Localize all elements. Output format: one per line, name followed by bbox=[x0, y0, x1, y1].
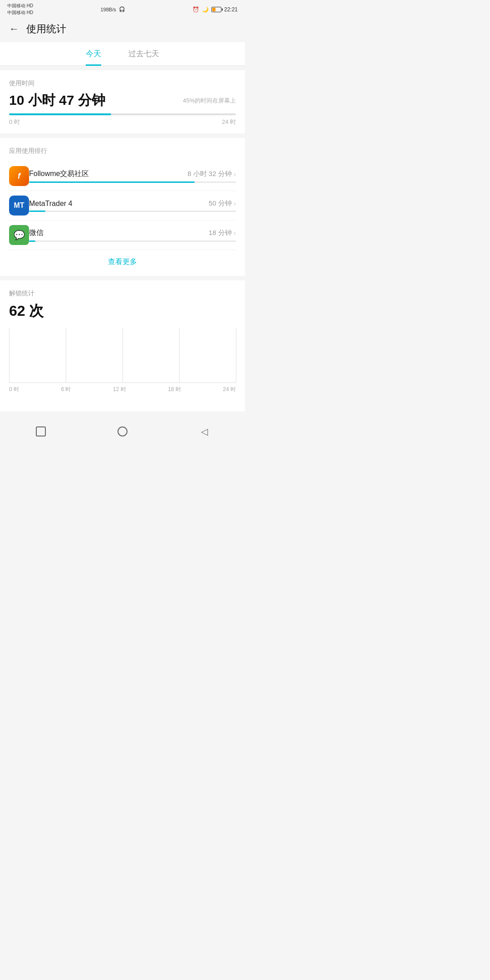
nav-bar: ◁ bbox=[0, 416, 245, 450]
followme-progress-container bbox=[29, 181, 236, 183]
usage-time-section: 使用时间 10 小时 47 分钟 45%的时间在屏幕上 0 时 24 时 bbox=[0, 70, 245, 133]
unlock-stats-label: 解锁统计 bbox=[9, 289, 236, 298]
network-speed: 198B/s bbox=[100, 7, 116, 12]
unlock-stats-section: 解锁统计 62 次 0 时 6 时 12 时 18 时 24 时 bbox=[0, 280, 245, 412]
wechat-name: 微信 bbox=[29, 228, 44, 238]
tab-today[interactable]: 今天 bbox=[86, 49, 101, 66]
metatrader-progress-fill bbox=[29, 211, 45, 212]
wechat-time-chevron: 18 分钟 › bbox=[209, 229, 236, 237]
recents-icon bbox=[36, 426, 46, 436]
nav-home-button[interactable] bbox=[113, 422, 132, 441]
status-right: ⏰ 🌙 22:21 bbox=[192, 6, 238, 13]
headphone-icon: 🎧 bbox=[119, 6, 125, 12]
wechat-chevron: › bbox=[234, 229, 236, 237]
back-button[interactable]: ← bbox=[9, 24, 19, 34]
followme-name: Followme交易社区 bbox=[29, 169, 89, 179]
wechat-time: 18 分钟 bbox=[209, 229, 232, 237]
app-row-metatrader[interactable]: MT MetaTrader 4 50 分钟 › bbox=[9, 191, 236, 220]
wechat-icon: 💬 bbox=[9, 225, 29, 245]
app-row-wechat[interactable]: 💬 微信 18 分钟 › bbox=[9, 220, 236, 250]
usage-time-value: 10 小时 47 分钟 bbox=[9, 91, 105, 110]
metatrader-name: MetaTrader 4 bbox=[29, 200, 72, 208]
battery-icon bbox=[211, 7, 221, 12]
usage-percentage: 45%的时间在屏幕上 bbox=[183, 97, 236, 105]
metatrader-time: 50 分钟 bbox=[209, 199, 232, 208]
x-label-2: 12 时 bbox=[113, 386, 126, 393]
followme-chevron: › bbox=[234, 170, 236, 178]
nav-back-button[interactable]: ◁ bbox=[195, 422, 213, 441]
tab-week[interactable]: 过去七天 bbox=[128, 49, 159, 66]
chart-x-labels: 0 时 6 时 12 时 18 时 24 时 bbox=[9, 386, 236, 393]
alarm-icon: ⏰ bbox=[192, 6, 199, 13]
x-label-1: 6 时 bbox=[61, 386, 71, 393]
time-end-label: 24 时 bbox=[222, 118, 236, 126]
app-ranking-section: 应用使用排行 f Followme交易社区 8 小时 32 分钟 › MT bbox=[0, 138, 245, 276]
followme-name-row: Followme交易社区 8 小时 32 分钟 › bbox=[29, 169, 236, 179]
metatrader-icon: MT bbox=[9, 196, 29, 216]
time-display: 22:21 bbox=[224, 6, 238, 13]
wechat-name-row: 微信 18 分钟 › bbox=[29, 228, 236, 238]
followme-time-chevron: 8 小时 32 分钟 › bbox=[187, 170, 236, 178]
moon-icon: 🌙 bbox=[202, 6, 209, 13]
wechat-progress-container bbox=[29, 240, 236, 242]
page-header: ← 使用统计 bbox=[0, 18, 245, 42]
wechat-progress-fill bbox=[29, 240, 35, 242]
x-label-3: 18 时 bbox=[168, 386, 181, 393]
time-labels: 0 时 24 时 bbox=[9, 118, 236, 126]
bars-area bbox=[9, 328, 236, 383]
carrier2-label: 中国移动 HD bbox=[7, 10, 33, 16]
nav-recents-button[interactable] bbox=[32, 422, 50, 441]
unlock-count: 62 次 bbox=[9, 301, 236, 321]
followme-time: 8 小时 32 分钟 bbox=[187, 170, 232, 178]
wechat-info: 微信 18 分钟 › bbox=[29, 228, 236, 242]
followme-icon: f bbox=[9, 166, 29, 186]
carrier1-label: 中国移动 HD bbox=[7, 3, 33, 9]
usage-time-row: 10 小时 47 分钟 45%的时间在屏幕上 bbox=[9, 91, 236, 110]
metatrader-chevron: › bbox=[234, 200, 236, 208]
usage-progress-fill bbox=[9, 113, 111, 115]
usage-progress-bar bbox=[9, 113, 236, 115]
metatrader-info: MetaTrader 4 50 分钟 › bbox=[29, 199, 236, 212]
status-bar: 中国移动 HD 中国移动 HD 198B/s 🎧 ⏰ 🌙 22:21 bbox=[0, 0, 245, 18]
app-ranking-label: 应用使用排行 bbox=[9, 147, 236, 155]
see-more-button[interactable]: 查看更多 bbox=[9, 250, 236, 269]
metatrader-name-row: MetaTrader 4 50 分钟 › bbox=[29, 199, 236, 208]
followme-progress-fill bbox=[29, 181, 195, 183]
x-label-4: 24 时 bbox=[223, 386, 236, 393]
time-start-label: 0 时 bbox=[9, 118, 20, 126]
page-title: 使用统计 bbox=[26, 22, 66, 36]
carrier-info: 中国移动 HD 中国移动 HD bbox=[7, 3, 33, 16]
back-icon: ◁ bbox=[201, 427, 208, 436]
tabs-container: 今天 过去七天 bbox=[0, 42, 245, 66]
unlock-bar-chart: 0 时 6 时 12 时 18 时 24 时 bbox=[9, 328, 236, 404]
followme-info: Followme交易社区 8 小时 32 分钟 › bbox=[29, 169, 236, 183]
home-icon bbox=[118, 426, 127, 436]
x-label-0: 0 时 bbox=[9, 386, 19, 393]
metatrader-time-chevron: 50 分钟 › bbox=[209, 199, 236, 208]
app-row-followme[interactable]: f Followme交易社区 8 小时 32 分钟 › bbox=[9, 162, 236, 191]
status-center: 198B/s 🎧 bbox=[100, 6, 125, 12]
usage-time-label: 使用时间 bbox=[9, 79, 236, 88]
metatrader-progress-container bbox=[29, 211, 236, 212]
